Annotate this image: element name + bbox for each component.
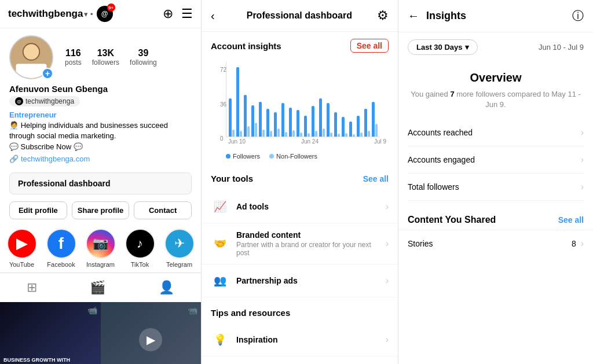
content-shared-header: Content You Shared See all — [398, 205, 593, 230]
nonfollowers-bar-19 — [375, 124, 378, 137]
edit-profile-button[interactable]: Edit profile — [9, 201, 67, 219]
pro-dashboard-bar[interactable]: Professional dashboard — [9, 172, 192, 194]
posts-stat: 116 posts — [65, 48, 82, 67]
tagged-tab[interactable]: 👤 — [147, 278, 186, 297]
followers-bar-13 — [327, 103, 330, 137]
stories-count: 8 — [572, 239, 576, 248]
account-insights-header: Account insights See all — [202, 32, 398, 57]
bio-line1: Helping individuals and businesses succe… — [9, 121, 168, 140]
pro-dashboard-label: Professional dashboard — [18, 179, 110, 188]
chart-x-labels: Jun 10 Jun 24 Jul 9 — [226, 137, 389, 145]
nonfollowers-bar-9 — [300, 133, 302, 137]
bar-group-18 — [364, 109, 370, 137]
followers-bar-9 — [296, 110, 299, 137]
branded-content-name: Branded content — [236, 230, 386, 240]
right-back-button[interactable]: ← — [408, 9, 419, 23]
ad-tools-icon: 📈 — [211, 197, 229, 216]
thumbnail-strip: 📹 BUSINESS GROWTH WITH AFENUVON GBENGA w… — [0, 302, 201, 364]
tips-title: Tips and resources — [211, 308, 290, 318]
grid-tab[interactable]: ⊞ — [15, 278, 49, 297]
overview-title: Overview — [408, 71, 584, 84]
nonfollowers-bar-1 — [240, 131, 242, 137]
guides-item[interactable]: 📖 Guides › — [202, 356, 398, 364]
posts-count: 116 — [65, 48, 82, 58]
metrics-list: Accounts reached › Accounts engaged › To… — [408, 119, 584, 201]
social-tiktok[interactable]: ♪ TikTok — [125, 229, 155, 268]
verified-dots: ▾ • — [84, 10, 93, 19]
content-see-all-button[interactable]: See all — [558, 215, 584, 225]
followers-bar-17 — [357, 116, 360, 137]
branded-content-item[interactable]: 🤝 Branded content Partner with a brand o… — [202, 223, 398, 264]
total-followers-row[interactable]: Total followers › — [408, 174, 584, 201]
tiktok-label: TikTok — [131, 261, 149, 268]
reel-icon-2: 📹 — [188, 306, 197, 315]
right-title: Insights — [426, 10, 572, 22]
dropdown-arrow-icon: ▾ — [465, 43, 469, 52]
mid-back-button[interactable]: ‹ — [211, 9, 215, 23]
threads-small-icon: @ — [15, 97, 23, 105]
inspiration-name: Inspiration — [236, 335, 386, 344]
bar-group-0 — [229, 98, 235, 137]
followers-bar-11 — [312, 106, 314, 137]
stories-row[interactable]: Stories 8 › — [398, 230, 593, 257]
social-instagram[interactable]: 📷 Instagram — [86, 229, 116, 268]
bio-link-text: techwithgbenga.com — [21, 155, 90, 163]
add-to-profile-icon[interactable]: + — [42, 68, 53, 79]
thumb-2[interactable]: ▶ 📹 — [101, 302, 202, 364]
nonfollowers-bar-3 — [255, 123, 257, 137]
accounts-engaged-row[interactable]: Accounts engaged › — [408, 146, 584, 174]
date-filter-row: Last 30 Days ▾ Jun 10 - Jul 9 — [398, 32, 593, 62]
see-all-insights-button[interactable]: See all — [350, 39, 389, 53]
date-range: Jun 10 - Jul 9 — [539, 43, 584, 52]
info-icon[interactable]: ⓘ — [572, 8, 584, 24]
nonfollowers-bar-8 — [292, 130, 295, 137]
legend-followers-label: Followers — [233, 153, 260, 160]
followers-bar-5 — [266, 109, 269, 137]
share-profile-button[interactable]: Share profile — [72, 201, 130, 219]
facebook-label: Facebook — [47, 261, 75, 268]
bar-group-7 — [281, 103, 287, 137]
youtube-icon: ▶ — [7, 229, 37, 259]
date-filter-button[interactable]: Last 30 Days ▾ — [408, 39, 478, 55]
reels-tab[interactable]: 🎬 — [78, 278, 117, 297]
social-telegram[interactable]: ✈ Telegram — [164, 229, 195, 268]
nonfollowers-bar-15 — [345, 133, 347, 137]
following-count: 39 — [130, 48, 157, 58]
overview-bold: 7 — [450, 90, 454, 98]
bar-group-16 — [349, 122, 355, 137]
overview-subtitle: You gained 7 more followers compared to … — [408, 89, 584, 110]
social-facebook[interactable]: f Facebook — [46, 229, 76, 268]
partnership-ads-item[interactable]: 👥 Partnership ads › — [202, 264, 398, 297]
threads-icon[interactable]: @ 9+ — [97, 6, 113, 22]
add-post-icon[interactable]: ⊕ — [163, 6, 173, 21]
followers-count: 13K — [92, 48, 119, 58]
content-title: Content You Shared — [408, 215, 496, 225]
social-youtube[interactable]: ▶ YouTube — [7, 229, 37, 268]
ad-tools-item[interactable]: 📈 Ad tools › — [202, 190, 398, 223]
y-label-top: 72 — [220, 67, 226, 73]
followers-stat[interactable]: 13K followers — [92, 48, 119, 67]
branded-content-text: Branded content Partner with a brand or … — [236, 230, 386, 257]
threads-handle[interactable]: @ techwithgbenga — [9, 96, 80, 106]
profile-row: + 116 posts 13K followers 39 following — [9, 35, 192, 79]
followers-bar-3 — [251, 105, 254, 137]
bio-link[interactable]: 🔗 techwithgbenga.com — [9, 155, 192, 163]
bio-title: Entrepreneur — [9, 111, 57, 119]
inspiration-item[interactable]: 💡 Inspiration › — [202, 323, 398, 356]
settings-icon[interactable]: ⚙ — [377, 8, 389, 23]
accounts-engaged-label: Accounts engaged — [408, 155, 475, 164]
menu-icon[interactable]: ☰ — [181, 6, 193, 21]
bar-group-10 — [304, 116, 310, 137]
tips-header: Tips and resources — [202, 300, 398, 321]
following-stat[interactable]: 39 following — [130, 48, 157, 67]
contact-button[interactable]: Contact — [134, 201, 192, 219]
bar-group-5 — [266, 109, 272, 137]
following-label: following — [130, 58, 157, 67]
accounts-reached-row[interactable]: Accounts reached › — [408, 119, 584, 146]
chart-bars — [226, 62, 380, 137]
tools-see-all-button[interactable]: See all — [363, 174, 389, 183]
tab-bar: ⊞ 🎬 👤 — [0, 273, 201, 302]
thumb-1[interactable]: 📹 BUSINESS GROWTH WITH AFENUVON GBENGA w… — [0, 302, 101, 364]
bar-group-19 — [372, 102, 378, 137]
legend-followers: Followers — [226, 153, 260, 160]
